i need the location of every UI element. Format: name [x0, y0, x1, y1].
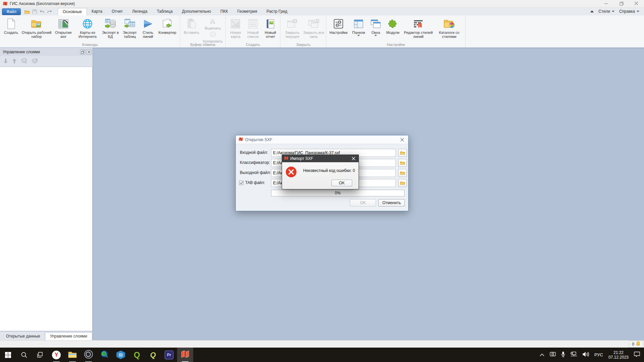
button-label: Экспорт таблиц [120, 31, 140, 39]
import-sxf-error-dialog: Импорт SXF Неизвестный код ошибки: 0 OK [282, 155, 359, 189]
new-map-button[interactable]: Новая карта [227, 17, 244, 39]
layers-tree[interactable] [0, 67, 93, 331]
browse-tab-file-button[interactable] [398, 179, 407, 187]
tab-dopolnitelno[interactable]: Дополнительно [177, 8, 216, 15]
tab-geometriya[interactable]: Геометрия [233, 8, 262, 15]
action-center-icon[interactable] [634, 352, 640, 358]
close-current-button[interactable]: Закрыть текущее [282, 17, 303, 39]
classifier-row: Классификатор: [240, 160, 270, 165]
start-button[interactable] [0, 348, 16, 362]
copy-pages-icon [210, 32, 216, 38]
minimize-button[interactable] [599, 0, 614, 7]
browse-classifier-button[interactable] [398, 159, 407, 167]
line-style-button[interactable]: Стиль линий [140, 17, 156, 39]
button-label: Каталоги со стилями [434, 31, 464, 39]
axioma-taskbar-button[interactable] [177, 348, 193, 362]
tab-karta[interactable]: Карта [87, 8, 107, 15]
panorama-button[interactable] [113, 348, 129, 362]
style-catalogs-button[interactable]: Каталоги со стилями [434, 17, 464, 39]
copy-button[interactable]: Копировать [202, 31, 224, 44]
layers-toolbar [0, 56, 93, 67]
create-button[interactable]: Создать [1, 17, 21, 35]
microphone-icon[interactable] [561, 351, 565, 358]
play-triangle-icon [143, 18, 153, 30]
cancel-button[interactable]: Отменить [378, 199, 405, 206]
tab-tablitsa[interactable]: Таблица [152, 8, 177, 15]
panels-button[interactable]: Панели [349, 17, 368, 36]
styles-menu[interactable]: Стили [598, 9, 614, 14]
obs-tray-icon[interactable] [550, 352, 556, 358]
chevron-down-icon [612, 11, 614, 12]
qgis-classic-button[interactable]: Q [145, 348, 161, 362]
tray-expand-chevron[interactable] [540, 353, 544, 357]
remove-layer-button[interactable] [32, 58, 38, 65]
internet-maps-button[interactable]: Карты из Интернета [74, 17, 101, 39]
open-wor-button[interactable]: Открытие wor [52, 17, 74, 39]
sas-planet-button[interactable] [97, 348, 113, 362]
clock[interactable]: 21:22 07.12.2023 [608, 350, 629, 360]
close-all-button[interactable]: Закрыть все окна [303, 17, 325, 39]
search-button[interactable] [16, 348, 32, 362]
settings-button[interactable]: Настройки [328, 17, 349, 35]
tab-opened-data[interactable]: Открытые данные [1, 333, 45, 340]
add-layer-button[interactable] [21, 58, 28, 65]
speaker-icon[interactable] [583, 352, 589, 358]
open-workset-button[interactable]: Открыть рабочий набор [21, 17, 52, 39]
tab-osnovnye[interactable]: Основные [58, 8, 87, 15]
notifications-cell[interactable]: 0 [629, 341, 643, 348]
line-style-editor-button[interactable]: Редактор стилей линий [402, 17, 434, 39]
windows-icon [370, 18, 381, 30]
tab-file-checkbox[interactable] [239, 181, 244, 185]
import-sxf-titlebar[interactable]: Импорт SXF [282, 155, 359, 162]
dialog-close-button[interactable] [399, 136, 406, 143]
move-layer-up-button[interactable] [12, 58, 17, 65]
paste-button[interactable]: Вставить [181, 17, 202, 35]
open-sxf-titlebar[interactable]: Открытие SXF [236, 135, 408, 144]
restore-button[interactable] [614, 0, 629, 7]
dialog-close-button[interactable] [351, 156, 357, 162]
taskbar: Y Q Q Pr РУС 21:22 07.12.2023 [0, 348, 644, 362]
windows-button[interactable]: Окна [368, 17, 383, 36]
yandex-browser-button[interactable]: Y [48, 348, 64, 362]
browse-input-file-button[interactable] [398, 149, 407, 157]
tab-otchet[interactable]: Отчет [107, 8, 127, 15]
clock-date: 07.12.2023 [608, 355, 629, 360]
obs-button[interactable] [80, 348, 97, 362]
panel-close-button[interactable] [86, 50, 91, 54]
panel-float-button[interactable] [80, 50, 85, 54]
file-explorer-button[interactable] [64, 348, 80, 362]
file-menu-button[interactable]: Файл [2, 8, 21, 15]
premiere-button[interactable]: Pr [161, 348, 177, 362]
close-button[interactable] [629, 0, 644, 7]
modules-button[interactable]: Модули [383, 17, 402, 35]
tab-rastr-grid[interactable]: Растр Грид [262, 8, 292, 15]
tab-legenda[interactable]: Легенда [127, 8, 152, 15]
error-ok-button[interactable]: OK [331, 180, 352, 186]
cut-button[interactable]: Вырезать [202, 18, 224, 31]
button-label: Конвертер [158, 31, 176, 35]
ok-button[interactable]: OK [350, 199, 376, 206]
undo-button[interactable] [38, 8, 46, 15]
new-list-button[interactable]: Новый список [244, 17, 262, 39]
save-button[interactable] [31, 8, 38, 15]
export-db-button[interactable]: Экспорт в БД [101, 17, 120, 39]
task-view-button[interactable] [32, 348, 48, 362]
converter-button[interactable]: Конвертер [156, 17, 178, 35]
ribbon-tabs: Основные Карта Отчет Легенда Таблица Доп… [58, 8, 292, 15]
redo-button[interactable] [46, 8, 53, 15]
tab-pkk[interactable]: ПКК [216, 8, 233, 15]
collapse-ribbon-icon[interactable] [590, 10, 594, 12]
layers-panel-title: Управление слоями [3, 50, 40, 54]
move-layer-down-button[interactable] [3, 58, 8, 65]
language-indicator[interactable]: РУС [594, 352, 603, 357]
button-label: Создать [4, 31, 18, 35]
help-menu[interactable]: Справка [619, 9, 639, 14]
tab-layer-management[interactable]: Управление слоями [45, 332, 92, 340]
network-icon[interactable] [571, 352, 577, 358]
qgis-button[interactable]: Q [129, 348, 145, 362]
quick-open-button[interactable] [23, 8, 31, 15]
new-report-button[interactable]: Новый отчет [262, 17, 279, 39]
browse-output-file-button[interactable] [398, 169, 407, 177]
export-tables-button[interactable]: Экспорт таблиц [120, 17, 140, 39]
bell-icon [636, 341, 640, 347]
